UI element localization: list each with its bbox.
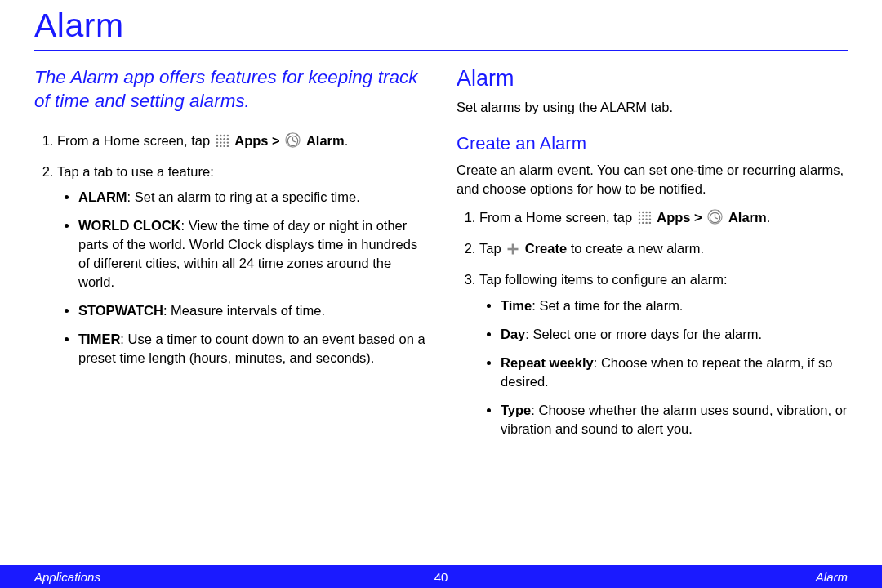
svg-point-33 <box>648 219 650 220</box>
step-text: Tap following items to configure an alar… <box>479 272 728 287</box>
manual-page: Alarm The Alarm app offers features for … <box>0 0 882 588</box>
tab-name: ALARM <box>78 189 127 204</box>
svg-point-14 <box>223 145 225 146</box>
svg-point-0 <box>216 134 217 136</box>
left-column: The Alarm app offers features for keepin… <box>34 66 425 448</box>
tab-stopwatch-item: STOPWATCH: Measure intervals of time. <box>78 301 425 320</box>
svg-point-6 <box>223 138 225 140</box>
opt-name: Type <box>501 403 531 417</box>
opt-desc: : Select one or more days for the alarm. <box>525 327 762 341</box>
apps-label: Apps > <box>234 133 283 148</box>
step-text: Tap <box>479 241 505 256</box>
period: . <box>345 133 349 148</box>
svg-point-36 <box>645 222 647 224</box>
alarm-clock-icon <box>285 132 301 153</box>
svg-point-27 <box>642 215 644 216</box>
svg-point-32 <box>645 219 647 220</box>
footer-right: Alarm <box>816 570 848 584</box>
page-footer: Applications 40 Alarm <box>0 565 882 588</box>
title-rule <box>34 50 848 51</box>
svg-line-42 <box>710 211 712 212</box>
svg-point-15 <box>226 145 228 146</box>
tab-name: WORLD CLOCK <box>78 218 181 233</box>
tab-alarm-item: ALARM: Set an alarm to ring at a specifi… <box>78 188 425 207</box>
opt-name: Repeat weekly <box>501 355 594 370</box>
alarm-label: Alarm <box>306 133 345 148</box>
left-steps: From a Home screen, tap Apps > <box>34 131 425 368</box>
right-steps: From a Home screen, tap Apps > <box>457 208 848 439</box>
page-title: Alarm <box>34 7 848 45</box>
svg-point-11 <box>226 141 228 143</box>
svg-point-7 <box>226 138 228 140</box>
right-step-2: Tap Create to create a new alarm. <box>479 239 848 261</box>
right-column: Alarm Set alarms by using the ALARM tab.… <box>457 66 848 448</box>
svg-point-28 <box>645 215 647 216</box>
apps-label: Apps > <box>657 210 706 225</box>
opt-desc: : Set a time for the alarm. <box>532 298 683 313</box>
svg-point-26 <box>638 215 639 216</box>
apps-grid-icon <box>216 134 229 153</box>
footer-left: Applications <box>34 570 100 584</box>
alarm-body-text: Set alarms by using the ALARM tab. <box>457 98 848 117</box>
svg-point-24 <box>645 212 647 213</box>
left-step-1: From a Home screen, tap Apps > <box>57 131 425 153</box>
svg-line-19 <box>293 140 296 141</box>
svg-point-10 <box>223 141 225 143</box>
svg-line-21 <box>296 133 299 135</box>
svg-point-9 <box>220 141 221 143</box>
step-text: From a Home screen, tap <box>479 210 636 225</box>
create-body-text: Create an alarm event. You can set one-t… <box>457 161 848 198</box>
tab-name: TIMER <box>78 332 120 346</box>
svg-point-4 <box>216 138 217 140</box>
svg-point-35 <box>642 222 644 224</box>
svg-point-22 <box>638 212 639 213</box>
opt-type: Type: Choose whether the alarm uses soun… <box>501 401 848 439</box>
svg-point-2 <box>223 134 225 136</box>
opt-desc: : Choose whether the alarm uses sound, v… <box>501 403 847 436</box>
section-heading-alarm: Alarm <box>457 66 848 91</box>
two-column-layout: The Alarm app offers features for keepin… <box>34 66 848 448</box>
opt-name: Time <box>501 298 532 313</box>
period: . <box>767 210 771 225</box>
plus-icon <box>506 242 519 261</box>
step-text: From a Home screen, tap <box>57 133 214 148</box>
tab-desc: : Use a timer to count down to an event … <box>78 332 425 365</box>
right-options-list: Time: Set a time for the alarm. Day: Sel… <box>479 296 848 439</box>
svg-point-30 <box>638 219 639 220</box>
alarm-clock-icon <box>707 209 723 229</box>
footer-page-number: 40 <box>434 570 448 584</box>
left-step-2: Tap a tab to use a feature: ALARM: Set a… <box>57 163 425 368</box>
svg-point-3 <box>226 134 228 136</box>
svg-point-29 <box>648 215 650 216</box>
opt-repeat: Repeat weekly: Choose when to repeat the… <box>501 354 848 391</box>
svg-line-20 <box>287 133 290 135</box>
step-suffix: to create a new alarm. <box>567 241 704 256</box>
svg-point-23 <box>642 212 644 213</box>
right-step-3: Tap following items to configure an alar… <box>479 270 848 439</box>
svg-line-41 <box>715 218 718 219</box>
svg-point-5 <box>220 138 221 140</box>
opt-day: Day: Select one or more days for the ala… <box>501 325 848 344</box>
svg-point-8 <box>216 141 217 143</box>
svg-point-37 <box>648 222 650 224</box>
right-step-1: From a Home screen, tap Apps > <box>479 208 848 229</box>
create-label: Create <box>525 241 567 256</box>
tab-desc: : Set an alarm to ring at a specific tim… <box>127 189 360 204</box>
svg-point-1 <box>220 134 221 136</box>
step-text: Tap a tab to use a feature: <box>57 164 214 179</box>
intro-text: The Alarm app offers features for keepin… <box>34 66 425 114</box>
svg-point-12 <box>216 145 217 146</box>
svg-point-34 <box>638 222 639 224</box>
tab-name: STOPWATCH <box>78 303 163 318</box>
tab-worldclock-item: WORLD CLOCK: View the time of day or nig… <box>78 216 425 292</box>
left-tabs-list: ALARM: Set an alarm to ring at a specifi… <box>57 188 425 368</box>
alarm-label: Alarm <box>728 210 767 225</box>
opt-time: Time: Set a time for the alarm. <box>501 296 848 315</box>
svg-line-43 <box>719 211 721 212</box>
tab-timer-item: TIMER: Use a timer to count down to an e… <box>78 330 425 368</box>
svg-point-13 <box>220 145 221 146</box>
opt-name: Day <box>501 327 525 341</box>
svg-point-25 <box>648 212 650 213</box>
apps-grid-icon <box>638 211 652 229</box>
subsection-heading-create: Create an Alarm <box>457 133 848 154</box>
